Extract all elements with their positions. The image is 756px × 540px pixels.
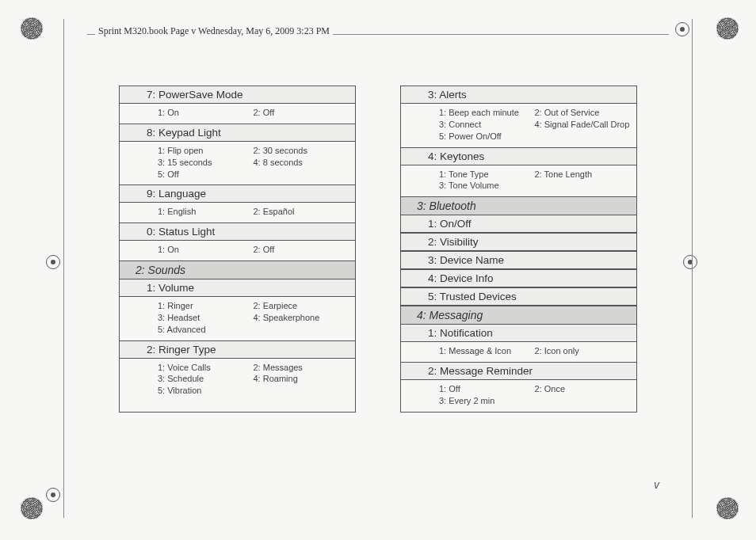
menu-sub: 2: Message Reminder: [401, 362, 636, 380]
menu-sub: 3: Device Name: [401, 251, 636, 269]
registration-mark-icon: [21, 17, 43, 40]
menu-options: 1: On2: Off: [120, 104, 355, 124]
registration-mark-icon: [716, 17, 739, 40]
menu-sub: 3: Alerts: [401, 86, 636, 104]
menu-sub: 9: Language: [120, 184, 355, 203]
menu-sub: 2: Ringer Type: [120, 340, 355, 359]
menu-column-left: 7: PowerSave Mode 1: On2: Off 8: Keypad …: [119, 86, 356, 413]
menu-options: 1: Message & Icon2: Icon only: [401, 342, 636, 362]
menu-options: 1: Flip open2: 30 seconds 3: 15 seconds4…: [120, 142, 355, 185]
menu-sub: 4: Keytones: [401, 147, 636, 165]
menu-options: 1: Voice Calls2: Messages 3: Schedule4: …: [120, 359, 355, 402]
menu-options: 1: Ringer2: Earpiece 3: Headset4: Speake…: [120, 297, 355, 340]
menu-options: 1: English2: Español: [120, 203, 355, 222]
menu-column-right: 3: Alerts 1: Beep each minute2: Out of S…: [400, 86, 637, 413]
registration-mark-icon: [21, 497, 43, 519]
page-number: v: [654, 478, 659, 491]
menu-sub: 1: Notification: [401, 325, 636, 342]
menu-section: 4: Messaging: [401, 306, 636, 325]
menu-sub: 0: Status Light: [120, 222, 355, 241]
menu-sub: 2: Visibility: [401, 233, 636, 251]
menu-options: 1: Off2: Once 3: Every 2 min: [401, 380, 636, 412]
menu-sub: 4: Device Info: [401, 269, 636, 287]
registration-mark-icon: [716, 497, 739, 519]
menu-options: 1: Tone Type2: Tone Length 3: Tone Volum…: [401, 165, 636, 197]
menu-sub: 5: Trusted Devices: [401, 287, 636, 306]
page-header: Sprint M320.book Page v Wednesday, May 6…: [95, 25, 333, 37]
menu-options: 1: On2: Off: [120, 241, 355, 260]
menu-options: 1: Beep each minute2: Out of Service 3: …: [401, 104, 636, 147]
menu-section: 3: Bluetooth: [401, 196, 636, 215]
menu-sub: 8: Keypad Light: [120, 124, 355, 142]
menu-section: 2: Sounds: [120, 260, 355, 280]
menu-sub: 1: Volume: [120, 280, 355, 297]
menu-sub: 1: On/Off: [401, 215, 636, 233]
menu-sub: 7: PowerSave Mode: [120, 86, 355, 104]
